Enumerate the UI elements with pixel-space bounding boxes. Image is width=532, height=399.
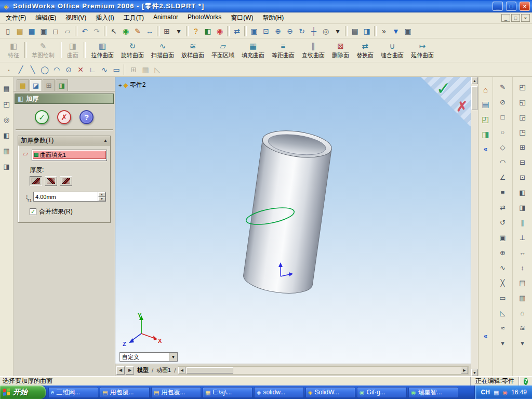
design-library-icon[interactable]: ▤ — [482, 100, 489, 109]
standard-toolbar-icon[interactable]: ✎ — [132, 25, 143, 37]
standard-toolbar-icon[interactable]: ? — [190, 25, 202, 37]
surface-tool-button[interactable]: ✎ 草图绘制 — [28, 39, 58, 61]
right-toolbar-icon[interactable]: ▾ — [497, 337, 509, 349]
sketch-toolbar-icon[interactable]: ∿ — [99, 64, 110, 75]
motion-study-tab[interactable]: 动画1 — [153, 366, 174, 374]
right-toolbar-icon[interactable]: ↔ — [517, 247, 528, 258]
surface-tool-button[interactable]: ≡ 等距曲面 — [268, 39, 298, 61]
standard-toolbar-icon[interactable]: ↻ — [296, 25, 308, 37]
right-toolbar-icon[interactable]: ∿ — [497, 262, 509, 273]
standard-toolbar-icon[interactable]: ┼ — [308, 25, 320, 37]
sketch-toolbar-icon[interactable]: ⊞ — [128, 64, 139, 75]
surface-tool-button[interactable]: ∿ 扫描曲面 — [148, 39, 178, 61]
right-toolbar-icon[interactable]: ◧ — [517, 187, 528, 198]
standard-toolbar-icon[interactable]: ◻ — [50, 25, 61, 37]
sketch-toolbar-icon[interactable]: ▭ — [111, 64, 122, 75]
help-button[interactable]: ? — [79, 110, 94, 124]
surface-tool-button[interactable]: ⊠ 删除面 — [328, 39, 353, 61]
cancel-button[interactable]: ✗ — [57, 110, 71, 124]
right-toolbar-icon[interactable]: ◺ — [497, 307, 509, 318]
sketch-toolbar-icon[interactable]: ∟ — [87, 64, 98, 75]
mdi-close-button[interactable]: × — [521, 14, 530, 22]
taskbar-task-button[interactable]: e 三维网... — [48, 387, 98, 398]
standard-toolbar-icon[interactable]: ▣ — [402, 25, 414, 37]
left-dock-icon[interactable]: ◨ — [2, 161, 12, 171]
graphics-area[interactable]: Y X Z + ◆ 零件2 ✓ ✗ — [115, 77, 471, 364]
standard-toolbar-icon[interactable]: ⊞ — [161, 25, 172, 37]
sketch-toolbar-icon[interactable]: ╱ — [15, 64, 26, 75]
ok-button[interactable]: ✓ — [35, 110, 49, 124]
right-toolbar-icon[interactable]: ▭ — [497, 292, 509, 303]
menu-item[interactable]: 视图(V) — [61, 12, 91, 23]
sketch-toolbar-icon[interactable]: ◠ — [51, 64, 62, 75]
thicken-side2-button[interactable] — [60, 176, 72, 186]
standard-toolbar-icon[interactable]: ▤ — [349, 25, 361, 37]
tree-expand-icon[interactable]: + — [118, 82, 122, 88]
menu-item[interactable]: 工具(T) — [119, 12, 149, 23]
input-method-tray-icon[interactable]: ▦ — [494, 389, 499, 396]
configurationmanager-tab-icon[interactable]: ⊞ — [43, 79, 55, 91]
configuration-dropdown[interactable]: 自定义 ▼ — [119, 352, 178, 362]
right-toolbar-icon[interactable]: ⇄ — [497, 202, 509, 213]
standard-toolbar-icon[interactable]: ⊖ — [284, 25, 296, 37]
right-toolbar-icon[interactable]: ≡ — [497, 187, 509, 198]
right-toolbar-icon[interactable]: ○ — [497, 126, 509, 138]
standard-toolbar-icon[interactable]: ▾ — [173, 25, 184, 37]
right-toolbar-icon[interactable]: ◰ — [517, 81, 528, 92]
scroll-up-icon[interactable]: ▲ — [471, 77, 478, 84]
standard-toolbar-icon[interactable]: ◨ — [361, 25, 373, 37]
menu-item[interactable]: 文件(F) — [1, 12, 31, 23]
right-toolbar-icon[interactable]: ▤ — [517, 277, 528, 288]
mdi-minimize-button[interactable]: _ — [501, 14, 510, 22]
right-toolbar-icon[interactable]: ◇ — [497, 141, 509, 153]
standard-toolbar-icon[interactable]: ▼ — [390, 25, 402, 37]
status-help-cell[interactable]: ? — [518, 377, 532, 385]
right-toolbar-icon[interactable]: ▣ — [497, 232, 509, 243]
taskbar-task-button[interactable]: ▤ 用包覆... — [151, 387, 201, 398]
standard-toolbar-icon[interactable]: ⊕ — [272, 25, 284, 37]
sketch-toolbar-icon[interactable]: · — [3, 64, 15, 75]
right-toolbar-icon[interactable]: ▾ — [517, 337, 528, 349]
right-toolbar-icon[interactable]: ⊡ — [517, 171, 528, 183]
menu-item[interactable]: 编辑(E) — [31, 12, 61, 23]
standard-toolbar-icon[interactable]: ◎ — [320, 25, 331, 37]
right-toolbar-icon[interactable]: ◲ — [517, 111, 528, 123]
right-toolbar-icon[interactable]: ⊞ — [517, 141, 528, 153]
restore-button[interactable]: □ — [506, 2, 516, 11]
right-toolbar-icon[interactable]: ◱ — [517, 96, 528, 108]
home-icon[interactable]: ⌂ — [483, 85, 488, 94]
menu-item[interactable]: PhotoWorks — [183, 12, 226, 23]
sketch-toolbar-icon[interactable]: ◯ — [39, 64, 50, 75]
surface-tool-button[interactable]: ▱ 平面区域 — [208, 39, 238, 61]
standard-toolbar-icon[interactable]: ▤ — [14, 25, 25, 37]
right-toolbar-icon[interactable]: ⌂ — [517, 307, 528, 318]
standard-toolbar-icon[interactable]: ▾ — [332, 25, 343, 37]
right-toolbar-icon[interactable]: ∠ — [497, 171, 509, 183]
standard-toolbar-icon[interactable]: » — [378, 25, 390, 37]
left-dock-icon[interactable]: ▦ — [2, 145, 12, 156]
left-dock-icon[interactable]: ◰ — [2, 99, 12, 109]
standard-toolbar-icon[interactable]: ↖ — [108, 25, 119, 37]
taskbar-task-button[interactable]: ◉ Gif·g... — [357, 387, 407, 398]
left-dock-icon[interactable]: ◎ — [2, 114, 12, 125]
antivirus-tray-icon[interactable]: ◉ — [502, 389, 508, 396]
surface-tool-button[interactable]: ↦ 延伸曲面 — [407, 39, 437, 61]
close-button[interactable]: × — [520, 2, 530, 11]
dropdown-arrow-icon[interactable]: ▼ — [169, 353, 177, 361]
vertical-scrollbar[interactable]: ▲ ▼ — [471, 77, 478, 376]
group-header[interactable]: 加厚参数(T) ▲ — [18, 136, 110, 145]
surface-tool-button[interactable]: ≋ 放样曲面 — [178, 39, 208, 61]
horizontal-scroll-thumb[interactable] — [187, 367, 233, 374]
taskbar-task-button[interactable]: ◈ solidw... — [254, 387, 304, 398]
right-toolbar-icon[interactable]: ▦ — [517, 292, 528, 303]
collapse-chevron-icon[interactable]: « — [484, 145, 487, 153]
surface-tool-button[interactable]: ◧ 特征 — [4, 39, 23, 61]
right-toolbar-icon[interactable]: □ — [497, 111, 509, 123]
taskbar-task-button[interactable]: ▤ 用包覆... — [100, 387, 150, 398]
standard-toolbar-icon[interactable]: ◉ — [120, 25, 131, 37]
flyout-feature-tree[interactable]: + ◆ 零件2 — [118, 81, 145, 89]
surface-tool-button[interactable]: ▦ 填充曲面 — [238, 39, 268, 61]
right-toolbar-icon[interactable]: ↕ — [517, 262, 528, 273]
scroll-right-icon[interactable]: ▶ — [461, 367, 468, 374]
tab-scroll-right-icon[interactable]: ▶ — [126, 366, 134, 375]
